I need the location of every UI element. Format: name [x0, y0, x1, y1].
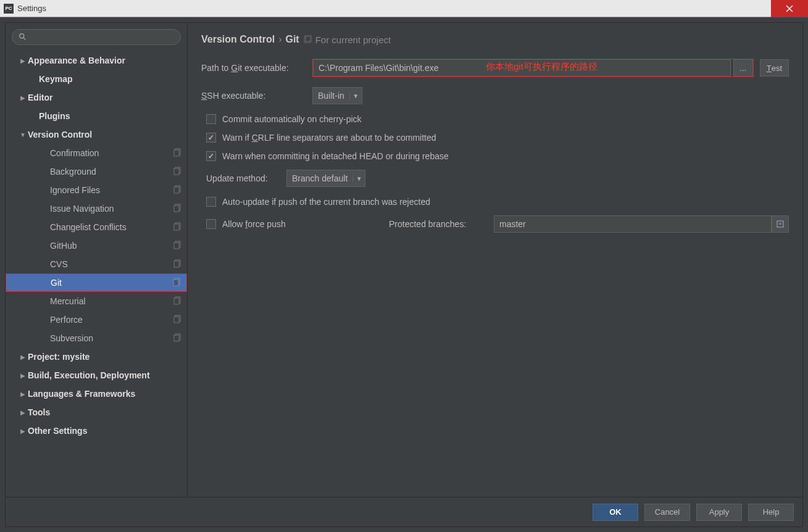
project-scope-icon — [173, 185, 182, 196]
path-label: Path to Git executable: — [201, 63, 312, 73]
svg-rect-3 — [174, 150, 179, 156]
breadcrumb-leaf: Git — [285, 34, 299, 45]
sidebar-item-label: GitHub — [50, 241, 173, 251]
sidebar-item-label: Keymap — [39, 74, 182, 84]
sidebar-item-label: Build, Execution, Deployment — [28, 370, 182, 380]
sidebar-item-languages-frameworks[interactable]: Languages & Frameworks — [6, 384, 187, 403]
chevron-right-icon[interactable] — [18, 94, 28, 101]
svg-rect-19 — [174, 298, 179, 304]
main-panel: Version Control › Git For current projec… — [188, 23, 802, 497]
sidebar-item-label: Version Control — [28, 130, 182, 139]
checkbox[interactable] — [206, 219, 216, 229]
svg-line-1 — [23, 38, 26, 40]
sidebar-item-issue-navigation[interactable]: Issue Navigation — [6, 199, 187, 218]
sidebar-item-other-settings[interactable]: Other Settings — [6, 422, 187, 440]
autoupdate-label: Auto-update if push of the current branc… — [222, 197, 430, 207]
force-push-row: Allow force push Protected branches: — [201, 215, 789, 233]
svg-rect-15 — [174, 261, 179, 267]
sidebar-item-changelist-conflicts[interactable]: Changelist Conflicts — [6, 218, 187, 236]
project-scope-icon — [173, 241, 182, 251]
sidebar-item-subversion[interactable]: Subversion — [6, 329, 187, 347]
detached-row[interactable]: Warn when committing in detached HEAD or… — [201, 151, 789, 161]
sidebar-item-label: Other Settings — [28, 426, 182, 436]
sidebar-item-cvs[interactable]: CVS — [6, 255, 187, 273]
breadcrumb-scope: For current project — [315, 35, 391, 45]
chevron-right-icon[interactable] — [18, 57, 28, 64]
svg-rect-23 — [174, 335, 179, 341]
browse-button[interactable]: ... — [733, 59, 753, 77]
cherry-pick-row[interactable]: Commit automatically on cherry-pick — [201, 114, 789, 124]
checkbox[interactable] — [206, 197, 216, 207]
path-row: Path to Git executable: 你本地git可执行程序的路径 .… — [201, 59, 789, 77]
sidebar-item-keymap[interactable]: Keymap — [6, 70, 187, 88]
update-select[interactable]: Branch default ▼ — [286, 170, 365, 187]
chevron-right-icon[interactable] — [18, 428, 28, 434]
close-icon — [785, 4, 794, 13]
search-input[interactable] — [12, 29, 181, 45]
settings-tree: Appearance & BehaviorKeymapEditorPlugins… — [6, 51, 187, 497]
help-button[interactable]: Help — [748, 504, 794, 521]
update-row: Update method: Branch default ▼ — [201, 170, 789, 187]
project-scope-icon — [173, 259, 182, 270]
svg-rect-17 — [173, 280, 178, 286]
cancel-button[interactable]: Cancel — [644, 504, 690, 521]
chevron-down-icon: ▼ — [349, 93, 362, 99]
force-push-label: Allow force push — [222, 219, 383, 229]
ssh-label: SSH executable: — [201, 91, 312, 101]
sidebar-item-label: Plugins — [39, 111, 182, 121]
search-icon — [19, 33, 27, 41]
ssh-select[interactable]: Built-in ▼ — [312, 87, 362, 104]
autoupdate-row[interactable]: Auto-update if push of the current branc… — [201, 197, 789, 207]
apply-button[interactable]: Apply — [696, 504, 742, 521]
svg-point-0 — [20, 34, 24, 38]
sidebar-item-editor[interactable]: Editor — [6, 88, 187, 107]
window-title: Settings — [17, 4, 46, 13]
expand-button[interactable] — [772, 215, 789, 233]
protected-label: Protected branches: — [389, 219, 488, 229]
chevron-right-icon[interactable] — [18, 372, 28, 379]
sidebar-item-github[interactable]: GitHub — [6, 236, 187, 255]
sidebar-item-ignored-files[interactable]: Ignored Files — [6, 181, 187, 199]
test-button[interactable]: Test — [760, 59, 789, 77]
sidebar-item-label: Confirmation — [50, 148, 173, 158]
svg-rect-13 — [174, 243, 179, 249]
chevron-right-icon[interactable] — [18, 354, 28, 360]
sidebar-item-mercurial[interactable]: Mercurial — [6, 292, 187, 310]
detached-label: Warn when committing in detached HEAD or… — [222, 151, 449, 161]
checkbox[interactable] — [206, 114, 216, 124]
chevron-down-icon: ▼ — [352, 175, 365, 182]
sidebar-item-background[interactable]: Background — [6, 162, 187, 181]
project-scope-icon — [173, 333, 182, 344]
git-path-input[interactable] — [313, 59, 731, 77]
sidebar-item-label: Changelist Conflicts — [50, 222, 173, 232]
checkbox[interactable] — [206, 151, 216, 161]
chevron-right-icon[interactable] — [18, 409, 28, 416]
sidebar-item-perforce[interactable]: Perforce — [6, 310, 187, 329]
svg-rect-7 — [174, 187, 179, 193]
sidebar-item-appearance-behavior[interactable]: Appearance & Behavior — [6, 51, 187, 70]
sidebar-item-label: Git — [51, 278, 173, 288]
chevron-down-icon[interactable] — [18, 131, 28, 138]
close-button[interactable] — [771, 0, 808, 17]
scope-icon — [303, 35, 312, 44]
sidebar-item-label: Project: mysite — [28, 352, 182, 362]
chevron-right-icon[interactable] — [18, 391, 28, 397]
sidebar-item-version-control[interactable]: Version Control — [6, 125, 187, 144]
cherry-pick-label: Commit automatically on cherry-pick — [222, 114, 362, 124]
checkbox[interactable] — [206, 133, 216, 143]
project-scope-icon — [173, 222, 182, 233]
sidebar-item-git[interactable]: Git — [6, 273, 187, 292]
expand-icon — [776, 220, 785, 228]
svg-rect-11 — [174, 224, 179, 230]
sidebar-item-tools[interactable]: Tools — [6, 403, 187, 422]
project-scope-icon — [173, 204, 182, 214]
protected-branches-input[interactable] — [494, 215, 772, 233]
sidebar-item-project-mysite[interactable]: Project: mysite — [6, 347, 187, 366]
ok-button[interactable]: OK — [593, 504, 638, 521]
sidebar-item-label: Languages & Frameworks — [28, 389, 182, 399]
sidebar-item-confirmation[interactable]: Confirmation — [6, 144, 187, 162]
sidebar-item-plugins[interactable]: Plugins — [6, 107, 187, 125]
crlf-row[interactable]: Warn if CRLF line separators are about t… — [201, 133, 789, 143]
sidebar-item-label: Perforce — [50, 315, 173, 325]
sidebar-item-build-execution-deployment[interactable]: Build, Execution, Deployment — [6, 366, 187, 384]
